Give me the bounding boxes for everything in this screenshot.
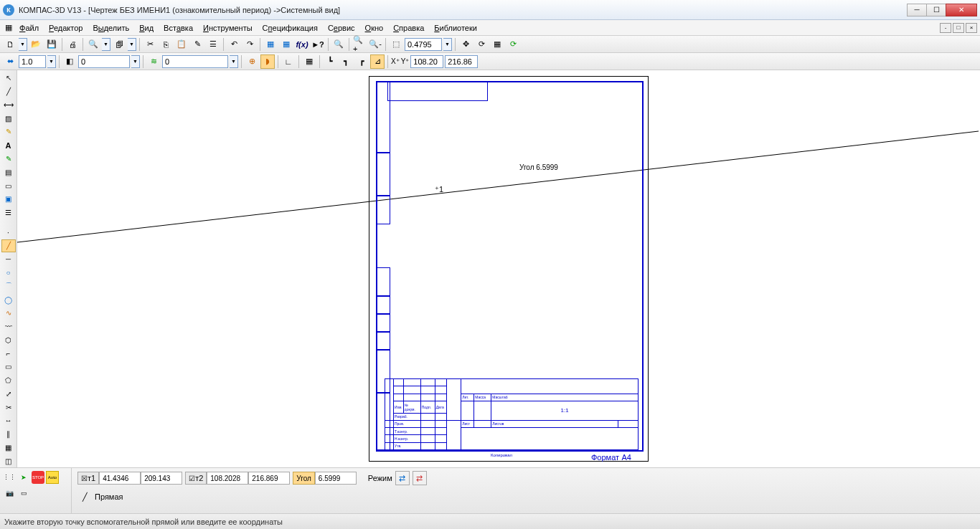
mode-1[interactable]: ⇄ <box>395 471 410 485</box>
menu-view[interactable]: Вид <box>134 22 159 34</box>
redo-button[interactable]: ↷ <box>242 37 257 52</box>
layer-dd[interactable]: ▼ <box>230 55 238 68</box>
tool-poly[interactable]: ⬠ <box>1 374 16 387</box>
tool-spline[interactable]: ∿ <box>1 307 16 320</box>
canvas[interactable]: Угол 6.5999 ⁺1 Лит.МассаМасштаб Изм <box>17 70 980 467</box>
mdi-restore[interactable]: □ <box>953 23 964 33</box>
tool-chamfer[interactable]: ⬡ <box>1 333 16 346</box>
tool-param[interactable]: ▤ <box>1 166 16 178</box>
open-button[interactable]: 📂 <box>29 37 43 52</box>
t2-y-input[interactable] <box>248 472 290 485</box>
tool-sheet[interactable]: ▭ <box>1 179 16 192</box>
preview-button[interactable]: 🔍 <box>86 37 100 52</box>
minimize-button[interactable]: ─ <box>907 4 927 16</box>
fx-button[interactable]: f(x) <box>295 37 309 52</box>
tool-bezier[interactable]: 〰 <box>1 320 16 333</box>
tool-group[interactable]: ▦ <box>1 442 16 454</box>
manager-1[interactable]: ▦ <box>263 37 278 52</box>
layer-icon[interactable]: ≋ <box>146 54 161 69</box>
tool-text[interactable]: A <box>1 139 16 152</box>
coord-y-input[interactable] <box>445 55 478 68</box>
tool-pt[interactable]: · <box>1 226 16 239</box>
tool-measure[interactable]: ✎ <box>1 125 16 138</box>
camera-icon[interactable]: 📷 <box>3 487 16 500</box>
view-icon[interactable]: ▦ <box>490 37 504 52</box>
auto-icon[interactable]: Auto <box>46 471 59 484</box>
print-button[interactable]: 🖨 <box>65 37 80 52</box>
menu-select[interactable]: Выделить <box>88 22 134 34</box>
zoom-in-icon[interactable]: 🔍+ <box>352 37 367 52</box>
zoom-dd[interactable]: ▼ <box>443 38 452 51</box>
tool-equid[interactable]: ∥ <box>1 428 16 441</box>
menu-editor[interactable]: Редактор <box>44 22 88 34</box>
zoom-window-icon[interactable]: ⬚ <box>389 37 403 52</box>
undo-button[interactable]: ↶ <box>227 37 241 52</box>
cut-button[interactable]: ✂ <box>143 37 157 52</box>
style-dd[interactable]: ▼ <box>131 55 140 68</box>
paste-button[interactable]: 📋 <box>174 37 189 52</box>
tool-rect[interactable]: ▭ <box>1 361 16 373</box>
tool-break[interactable]: ⤢ <box>1 387 16 400</box>
menu-help[interactable]: Справка <box>388 22 429 34</box>
stop-icon[interactable]: STOP <box>32 471 44 484</box>
t1-x-input[interactable] <box>99 472 141 485</box>
tool-arc[interactable]: ⌒ <box>1 280 16 292</box>
tool-ellipse[interactable]: ◯ <box>1 293 16 306</box>
t1-toggle[interactable]: ☒т1 <box>77 472 99 485</box>
tool-edit[interactable]: ✎ <box>1 153 16 166</box>
copy-button[interactable]: ⎘ <box>159 37 173 52</box>
axis-1[interactable]: ┗ <box>323 54 337 69</box>
menu-service[interactable]: Сервис <box>323 22 360 34</box>
menu-file[interactable]: Файл <box>14 22 44 34</box>
tool-fillet[interactable]: ⌐ <box>1 347 16 360</box>
maximize-button[interactable]: ☐ <box>926 4 946 16</box>
new-dropdown[interactable]: ▼ <box>19 38 27 51</box>
mdi-minimize[interactable]: - <box>940 23 951 33</box>
step-input[interactable] <box>19 55 46 68</box>
t1-y-input[interactable] <box>141 472 182 485</box>
tool-aux-line[interactable]: ╱ <box>1 239 16 252</box>
arrow-icon[interactable]: ➤ <box>17 471 30 484</box>
save-button[interactable]: 💾 <box>44 37 59 52</box>
menu-window[interactable]: Окно <box>360 22 389 34</box>
tool-view[interactable]: ▣ <box>1 193 16 206</box>
ortho-icon[interactable]: ∟ <box>281 54 296 69</box>
rotate-icon[interactable]: ⟳ <box>474 37 489 52</box>
tool-hatch[interactable]: ▨ <box>1 112 16 125</box>
menu-insert[interactable]: Вставка <box>159 22 198 34</box>
page-dd[interactable]: ▼ <box>128 38 136 51</box>
zoom-out-icon[interactable]: 🔍- <box>368 37 382 52</box>
axis-4[interactable]: ⊿ <box>370 54 385 69</box>
snap-2[interactable]: ◗ <box>260 54 275 69</box>
layer-input[interactable] <box>162 55 228 68</box>
tool-pointer[interactable]: ↖ <box>1 72 16 85</box>
preview-dd[interactable]: ▼ <box>102 38 110 51</box>
zoom-fit-icon[interactable]: 🔍 <box>331 37 346 52</box>
tool-contour[interactable]: ◫ <box>1 454 16 467</box>
refresh-icon[interactable]: ⟳ <box>506 37 520 52</box>
axis-3[interactable]: ┏ <box>354 54 369 69</box>
menu-libs[interactable]: Библиотеки <box>429 22 482 34</box>
style-icon[interactable]: ◧ <box>62 54 77 69</box>
t2-x-input[interactable] <box>207 472 248 485</box>
angle-input[interactable] <box>315 472 357 485</box>
tab-icon[interactable]: ▭ <box>17 487 30 500</box>
t2-toggle[interactable]: ☑т2 <box>185 472 207 485</box>
tool-line[interactable]: ╱ <box>1 85 16 98</box>
page-button[interactable]: 🗐 <box>112 37 126 52</box>
menu-tools[interactable]: Инструменты <box>198 22 258 34</box>
step-icon[interactable]: ⬌ <box>3 54 17 69</box>
pan-icon[interactable]: ✥ <box>458 37 473 52</box>
new-button[interactable]: 🗋 <box>3 37 17 52</box>
props-button[interactable]: ☰ <box>206 37 220 52</box>
grid-icon[interactable]: ▦ <box>302 54 316 69</box>
step-dd[interactable]: ▼ <box>47 55 56 68</box>
tool-seg[interactable]: ─ <box>1 253 16 266</box>
help-button[interactable]: ►? <box>311 37 325 52</box>
style-input[interactable] <box>78 55 130 68</box>
close-button[interactable]: ✕ <box>946 4 977 16</box>
tool-trim[interactable]: ✂ <box>1 401 16 414</box>
tool-dim[interactable]: ⟷ <box>1 99 16 112</box>
manager-2[interactable]: ▦ <box>279 37 293 52</box>
zoom-input[interactable] <box>405 38 442 51</box>
